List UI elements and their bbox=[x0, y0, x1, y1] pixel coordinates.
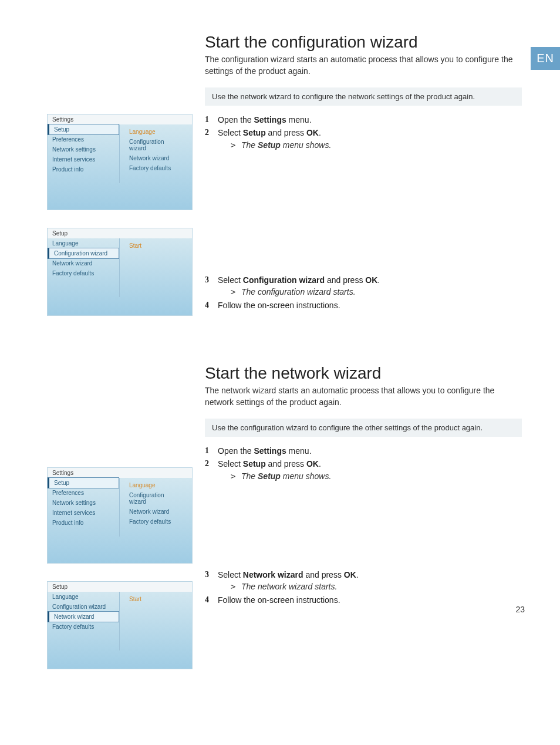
result: > The Setup menu shows. bbox=[218, 470, 522, 482]
step: Follow the on-screen instructions. bbox=[205, 594, 522, 606]
text: . bbox=[356, 570, 359, 579]
menu-header: Setup bbox=[48, 582, 192, 592]
menu-settings-1: Settings Setup Preferences Network setti… bbox=[47, 114, 193, 210]
menu-item: Internet services bbox=[48, 508, 119, 518]
bold: OK bbox=[306, 128, 319, 137]
language-tab: EN bbox=[531, 47, 560, 70]
text: The configuration wizard starts. bbox=[241, 287, 356, 296]
text: The bbox=[241, 471, 258, 481]
chevron-icon: > bbox=[231, 470, 235, 482]
menu-item: Factory defaults bbox=[48, 622, 119, 632]
menu-left: Language Configuration wizard Network wi… bbox=[48, 238, 120, 297]
text: menu. bbox=[286, 115, 312, 124]
text: and press bbox=[266, 128, 306, 137]
text: . bbox=[319, 128, 321, 137]
menu-item: Language bbox=[124, 480, 187, 490]
menu-item: Setup bbox=[48, 124, 119, 135]
menu-left: Language Configuration wizard Network wi… bbox=[48, 592, 120, 650]
step: Select Network wizard and press OK. > Th… bbox=[205, 569, 522, 593]
menu-right: Start bbox=[120, 238, 192, 297]
text: menu. bbox=[286, 446, 312, 456]
chevron-icon: > bbox=[231, 286, 235, 298]
menu-item: Configuration wizard bbox=[124, 490, 187, 507]
menu-item: Setup bbox=[48, 477, 119, 488]
menu-item: Product info bbox=[48, 518, 119, 528]
steps-config-1: Open the Settings menu. Select Setup and… bbox=[205, 114, 522, 151]
step: Select Setup and press OK. > The Setup m… bbox=[205, 458, 522, 482]
step: Select Configuration wizard and press OK… bbox=[205, 274, 522, 298]
menu-item: Start bbox=[124, 241, 187, 251]
menu-right: Language Configuration wizard Network wi… bbox=[120, 124, 192, 183]
menu-item: Internet services bbox=[48, 154, 119, 164]
menu-item: Factory defaults bbox=[48, 268, 119, 278]
result: > The Setup menu shows. bbox=[218, 139, 522, 151]
section-config-wizard: Start the configuration wizard The confi… bbox=[205, 33, 522, 151]
menu-item: Configuration wizard bbox=[48, 248, 119, 259]
page: EN Start the configuration wizard The co… bbox=[0, 0, 560, 631]
menu-header: Setup bbox=[48, 228, 192, 238]
menu-left: Setup Preferences Network settings Inter… bbox=[48, 124, 120, 183]
chevron-icon: > bbox=[231, 581, 235, 592]
bold: Settings bbox=[254, 115, 286, 124]
menu-item: Start bbox=[124, 594, 187, 604]
bold: Setup bbox=[258, 140, 281, 150]
menu-item: Network wizard bbox=[124, 153, 187, 163]
text: and press bbox=[325, 275, 365, 285]
section-network-wizard: Start the network wizard The network wiz… bbox=[205, 364, 522, 482]
steps-config-2: Select Configuration wizard and press OK… bbox=[205, 274, 522, 311]
result: > The configuration wizard starts. bbox=[218, 286, 522, 298]
text: menu shows. bbox=[281, 140, 331, 150]
bold: Setup bbox=[258, 471, 281, 481]
bold: Network wizard bbox=[243, 570, 303, 579]
text: Select bbox=[218, 275, 243, 285]
menu-right: Start bbox=[120, 592, 192, 650]
menu-item: Configuration wizard bbox=[48, 602, 119, 612]
text: The network wizard starts. bbox=[241, 582, 337, 591]
menu-item: Language bbox=[124, 127, 187, 137]
bold: Setup bbox=[243, 459, 266, 468]
steps-net-1: Open the Settings menu. Select Setup and… bbox=[205, 445, 522, 482]
menu-left: Setup Preferences Network settings Inter… bbox=[48, 478, 120, 537]
menu-header: Settings bbox=[48, 114, 192, 124]
heading-network: Start the network wizard bbox=[205, 364, 522, 383]
menu-right: Language Configuration wizard Network wi… bbox=[120, 478, 192, 537]
steps-net-2-wrap: Select Network wizard and press OK. > Th… bbox=[205, 569, 522, 606]
bold: Configuration wizard bbox=[243, 275, 325, 285]
menu-settings-2: Settings Setup Preferences Network setti… bbox=[47, 467, 193, 564]
menu-item: Preferences bbox=[48, 488, 119, 498]
bold: Settings bbox=[254, 446, 286, 456]
text: Open the bbox=[218, 115, 254, 124]
menu-item: Network settings bbox=[48, 498, 119, 508]
text: . bbox=[319, 459, 321, 468]
menu-item: Language bbox=[48, 592, 119, 602]
step: Open the Settings menu. bbox=[205, 445, 522, 457]
lead-config: The configuration wizard starts an autom… bbox=[205, 54, 522, 77]
page-number: 23 bbox=[515, 605, 525, 614]
text: . bbox=[377, 275, 380, 285]
steps-config-2-wrap: Select Configuration wizard and press OK… bbox=[205, 274, 522, 311]
text: Select bbox=[218, 570, 243, 579]
lead-network: The network wizard starts an automatic p… bbox=[205, 385, 522, 408]
menu-item: Network wizard bbox=[48, 258, 119, 268]
bold: OK bbox=[365, 275, 377, 285]
menu-item: Language bbox=[48, 238, 119, 248]
heading-config: Start the configuration wizard bbox=[205, 33, 522, 52]
bold: Setup bbox=[243, 128, 266, 137]
text: Select bbox=[218, 459, 243, 468]
steps-net-2: Select Network wizard and press OK. > Th… bbox=[205, 569, 522, 606]
menu-item: Network wizard bbox=[48, 611, 119, 622]
bold: OK bbox=[306, 459, 319, 468]
menu-item: Network wizard bbox=[124, 507, 187, 517]
menu-item: Preferences bbox=[48, 134, 119, 144]
text: Select bbox=[218, 128, 243, 137]
menu-item: Network settings bbox=[48, 144, 119, 154]
menu-item: Factory defaults bbox=[124, 517, 187, 527]
text: Open the bbox=[218, 446, 254, 456]
note-config: Use the network wizard to configure the … bbox=[205, 87, 522, 106]
result: > The network wizard starts. bbox=[218, 581, 522, 592]
menu-setup-net: Setup Language Configuration wizard Netw… bbox=[47, 581, 193, 669]
chevron-icon: > bbox=[231, 139, 235, 151]
bold: OK bbox=[344, 570, 356, 579]
menu-setup-config: Setup Language Configuration wizard Netw… bbox=[47, 228, 193, 316]
menu-item: Configuration wizard bbox=[124, 137, 187, 153]
